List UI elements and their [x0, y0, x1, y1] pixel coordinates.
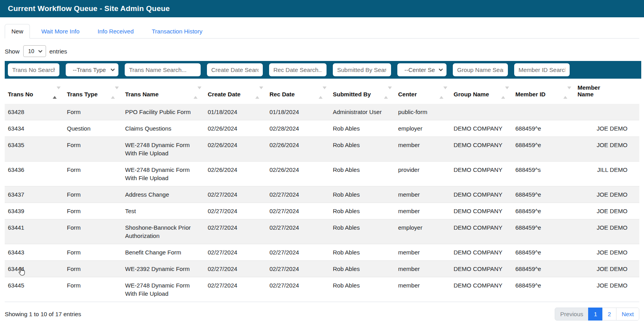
- page-length-select[interactable]: 10: [23, 45, 46, 57]
- table-cell: 02/26/2024: [266, 137, 330, 162]
- table-cell: Form: [64, 244, 122, 261]
- table-cell: Form: [64, 203, 122, 219]
- table-cell: WE-2748 Dynamic Form With File Upload: [122, 162, 205, 186]
- table-cell: 63435: [5, 137, 64, 162]
- workflow-queue-page: Current Workflow Queue - Site Admin Queu…: [0, 0, 644, 328]
- table-cell: member: [395, 186, 450, 203]
- table-cell: Form: [64, 219, 122, 244]
- table-row[interactable]: 63441FormShoshone-Bannock Prior Authoriz…: [5, 219, 639, 244]
- column-header-trans-no[interactable]: Trans No: [5, 79, 64, 104]
- column-header-center[interactable]: Center: [395, 79, 450, 104]
- table-cell: member: [395, 244, 450, 261]
- tab-transaction-history[interactable]: Transaction History: [145, 24, 209, 39]
- table-cell: DEMO COMPANY: [450, 203, 512, 219]
- table-cell: Rob Ables: [330, 120, 395, 137]
- group-name-search-input[interactable]: [453, 63, 508, 76]
- table-cell: 02/26/2024: [205, 137, 266, 162]
- table-row[interactable]: 63444FormWE-2392 Dynamic Form02/27/20240…: [5, 261, 639, 277]
- table-footer: Showing 1 to 10 of 17 entries Previous 1…: [5, 302, 639, 321]
- table-cell: JOE DEMO: [574, 137, 639, 162]
- page-title-emphasis: Site Admin Queue: [104, 4, 170, 13]
- column-header-submitted-by[interactable]: Submitted By: [330, 79, 395, 104]
- pagination-next-button[interactable]: Next: [616, 308, 639, 321]
- tab-wait-more-info[interactable]: Wait More Info: [35, 24, 86, 39]
- table-cell: 01/18/2024: [205, 104, 266, 120]
- show-entries-row: Show 10 entries: [5, 45, 639, 57]
- trans-type-select[interactable]: --Trans Type: [66, 63, 118, 76]
- entries-label: entries: [50, 48, 67, 55]
- trans-type-select-value: --Trans Type: [73, 66, 106, 73]
- table-cell: 63428: [5, 104, 64, 120]
- table-header: Trans No Trans Type Trans Name Create Da…: [5, 79, 639, 104]
- rec-date-search-input[interactable]: [269, 63, 327, 76]
- create-date-search-input[interactable]: [207, 63, 263, 76]
- table-cell: PPO Facility Public Form: [122, 104, 205, 120]
- table-row[interactable]: 63436FormWE-2748 Dynamic Form With File …: [5, 162, 639, 186]
- column-header-create-date[interactable]: Create Date: [205, 79, 266, 104]
- table-cell: DEMO COMPANY: [450, 120, 512, 137]
- column-header-member-name[interactable]: Member Name: [574, 79, 639, 104]
- table-row[interactable]: 63435FormWE-2748 Dynamic Form With File …: [5, 137, 639, 162]
- table-cell: Address Change: [122, 186, 205, 203]
- table-cell: 63437: [5, 186, 64, 203]
- table-cell: 63434: [5, 120, 64, 137]
- chevron-down-icon: [38, 50, 42, 53]
- table-cell: 02/27/2024: [205, 244, 266, 261]
- column-header-rec-date[interactable]: Rec Date: [266, 79, 330, 104]
- table-cell: Claims Questions: [122, 120, 205, 137]
- trans-no-search-input[interactable]: [8, 63, 59, 76]
- column-header-member-id[interactable]: Member ID: [512, 79, 574, 104]
- table-cell: DEMO COMPANY: [450, 137, 512, 162]
- tab-bar: New Wait More Info Info Received Transac…: [5, 24, 639, 39]
- table-row[interactable]: 63434QuestionClaims Questions02/26/20240…: [5, 120, 639, 137]
- table-cell: 63436: [5, 162, 64, 186]
- show-label: Show: [5, 48, 20, 55]
- table-row[interactable]: 63428FormPPO Facility Public Form01/18/2…: [5, 104, 639, 120]
- tab-new[interactable]: New: [5, 24, 30, 39]
- table-cell: Form: [64, 162, 122, 186]
- table-cell: 02/27/2024: [266, 277, 330, 302]
- sort-both-icon: [111, 89, 116, 96]
- table-cell: Administrator User: [330, 104, 395, 120]
- submitted-by-search-input[interactable]: [333, 63, 391, 76]
- table-row[interactable]: 63445FormWE-2748 Dynamic Form With File …: [5, 277, 639, 302]
- page-title: Current Workflow Queue - Site Admin Queu…: [8, 4, 170, 13]
- pagination-previous-button[interactable]: Previous: [555, 308, 589, 321]
- center-select[interactable]: --Center Se: [397, 63, 447, 76]
- table-cell: 688459^e: [512, 219, 574, 244]
- table-cell: Form: [64, 186, 122, 203]
- table-cell: DEMO COMPANY: [450, 219, 512, 244]
- table-cell: public-form: [395, 104, 450, 120]
- table-cell: DEMO COMPANY: [450, 162, 512, 186]
- chevron-down-icon: [111, 68, 115, 71]
- table-cell: Form: [64, 277, 122, 302]
- table-cell: Form: [64, 261, 122, 277]
- table-cell: member: [395, 137, 450, 162]
- table-cell: 02/27/2024: [205, 261, 266, 277]
- column-header-group-name[interactable]: Group Name: [450, 79, 512, 104]
- workflow-queue-table: Trans No Trans Type Trans Name Create Da…: [5, 79, 639, 302]
- filter-bar: --Trans Type --Center Se: [5, 61, 641, 79]
- table-cell: DEMO COMPANY: [450, 186, 512, 203]
- trans-name-search-input[interactable]: [125, 63, 201, 76]
- table-cell: 02/27/2024: [266, 261, 330, 277]
- table-cell: 02/27/2024: [205, 203, 266, 219]
- table-cell: 63445: [5, 277, 64, 302]
- table-row[interactable]: 63439FormTest02/27/202402/27/2024Rob Abl…: [5, 203, 639, 219]
- table-cell: 63444: [5, 261, 64, 277]
- tab-info-received[interactable]: Info Received: [91, 24, 140, 39]
- column-header-trans-type[interactable]: Trans Type: [64, 79, 122, 104]
- table-cell: 02/28/2024: [266, 120, 330, 137]
- column-header-trans-name[interactable]: Trans Name: [122, 79, 205, 104]
- table-cell: JOE DEMO: [574, 261, 639, 277]
- table-row[interactable]: 63437FormAddress Change02/27/202402/27/2…: [5, 186, 639, 203]
- member-id-search-input[interactable]: [514, 63, 570, 76]
- table-cell: 02/27/2024: [266, 186, 330, 203]
- pagination-page-2-button[interactable]: 2: [602, 308, 616, 321]
- table-cell: Form: [64, 104, 122, 120]
- pagination-page-1-button[interactable]: 1: [588, 308, 602, 321]
- table-cell: 02/27/2024: [266, 219, 330, 244]
- table-row[interactable]: 63443FormBenefit Change Form02/27/202402…: [5, 244, 639, 261]
- center-select-value: --Center Se: [404, 66, 435, 73]
- table-cell: JOE DEMO: [574, 277, 639, 302]
